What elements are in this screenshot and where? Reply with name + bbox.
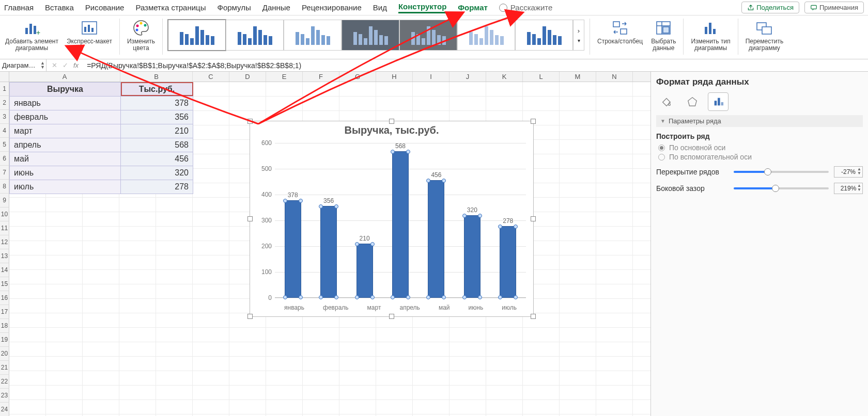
quick-layout-button[interactable]: Экспресс-макет	[65, 18, 114, 59]
cell[interactable]: апрель	[10, 138, 121, 152]
cell[interactable]: 356	[121, 110, 193, 124]
resize-handle[interactable]	[247, 119, 253, 124]
column-header[interactable]: F	[303, 72, 339, 82]
row-header[interactable]: 11	[0, 221, 9, 235]
cell[interactable]: 210	[121, 124, 193, 138]
column-header[interactable]: A	[9, 72, 120, 82]
row-header[interactable]: 19	[0, 333, 9, 347]
embedded-chart[interactable]: Выручка, тыс.руб. 0100200300400500600378…	[250, 121, 534, 317]
overlap-value[interactable]: -27%▲▼	[834, 166, 863, 178]
chart-style-6[interactable]	[457, 20, 515, 51]
tab-draw[interactable]: Рисование	[85, 3, 125, 12]
resize-handle[interactable]	[389, 119, 394, 124]
pane-tab-effects[interactable]	[682, 92, 703, 111]
tab-data[interactable]: Данные	[262, 3, 290, 12]
chart-style-4[interactable]	[342, 20, 399, 51]
column-header[interactable]: B	[120, 72, 193, 82]
row-header[interactable]: 22	[0, 375, 9, 389]
tab-view[interactable]: Вид	[373, 3, 387, 12]
tab-home[interactable]: Главная	[4, 3, 34, 12]
namebox-stepper[interactable]: ▲▼	[40, 61, 45, 69]
row-header[interactable]: 21	[0, 361, 9, 375]
chart-style-3[interactable]	[284, 20, 342, 51]
row-header[interactable]: 7	[0, 166, 9, 180]
row-header[interactable]: 17	[0, 305, 9, 319]
tab-formulas[interactable]: Формулы	[217, 3, 251, 12]
cell[interactable]: февраль	[10, 110, 121, 124]
change-chart-type-button[interactable]: Изменить тип диаграммы	[689, 18, 732, 59]
worksheet[interactable]: ABCDEFGHIJKLMN 1234567891011121314151617…	[0, 72, 651, 416]
cancel-icon[interactable]: ✕	[52, 61, 57, 69]
cell[interactable]: 378	[121, 97, 193, 110]
header-cell-a1[interactable]: Выручка	[10, 83, 121, 97]
column-header[interactable]: K	[486, 72, 523, 82]
header-cell-b1[interactable]: Тыс.руб.	[121, 83, 193, 97]
gap-slider[interactable]	[734, 187, 829, 189]
row-header[interactable]: 4	[0, 124, 9, 138]
bar[interactable]: 356	[316, 206, 341, 298]
resize-handle[interactable]	[531, 216, 536, 221]
share-button[interactable]: Поделиться	[741, 2, 799, 13]
row-header[interactable]: 20	[0, 347, 9, 361]
row-header[interactable]: 9	[0, 194, 9, 207]
gap-value[interactable]: 219%▲▼	[834, 183, 863, 194]
radio-primary-axis[interactable]: По основной оси	[658, 143, 863, 152]
bar[interactable]: 320	[460, 215, 485, 298]
change-colors-button[interactable]: Изменить цвета	[125, 18, 157, 59]
resize-handle[interactable]	[531, 119, 536, 124]
formula-input[interactable]: =РЯД(Выручка!$B$1;Выручка!$A$2:$A$8;Выру…	[84, 61, 868, 70]
column-header[interactable]: I	[413, 72, 450, 82]
row-header[interactable]: 1	[0, 82, 9, 96]
gallery-more-button[interactable]: › ▾	[573, 20, 584, 51]
row-header[interactable]: 5	[0, 138, 9, 152]
bar[interactable]: 456	[424, 180, 448, 298]
select-all-corner[interactable]	[0, 72, 9, 82]
column-header[interactable]: H	[376, 72, 413, 82]
cell[interactable]: 568	[121, 138, 193, 152]
pane-tab-fill[interactable]	[656, 92, 677, 111]
row-header[interactable]: 8	[0, 180, 9, 194]
bar[interactable]: 278	[495, 226, 520, 298]
series-options-section[interactable]: Параметры ряда	[656, 115, 863, 127]
chart-style-5[interactable]	[399, 20, 457, 51]
column-header[interactable]: M	[560, 72, 596, 82]
column-header[interactable]: G	[339, 72, 376, 82]
cell[interactable]: март	[10, 124, 121, 138]
row-header[interactable]: 2	[0, 96, 9, 110]
column-header[interactable]: C	[193, 72, 229, 82]
overlap-slider[interactable]	[734, 171, 829, 173]
row-header[interactable]: 15	[0, 277, 9, 291]
cell[interactable]: 456	[121, 152, 193, 166]
row-header[interactable]: 14	[0, 263, 9, 277]
row-header[interactable]: 10	[0, 207, 9, 221]
confirm-icon[interactable]: ✓	[63, 61, 68, 69]
tab-page-layout[interactable]: Разметка страницы	[135, 3, 206, 12]
row-header[interactable]: 3	[0, 110, 9, 124]
select-data-button[interactable]: Выбрать данные	[649, 18, 678, 59]
row-header[interactable]: 16	[0, 291, 9, 305]
name-box[interactable]: Диаграм… ▲▼	[0, 59, 47, 72]
tab-format[interactable]: Формат	[458, 3, 488, 12]
pane-tab-series-options[interactable]	[708, 92, 729, 111]
row-header[interactable]: 6	[0, 152, 9, 166]
switch-row-column-button[interactable]: Строка/столбец	[595, 18, 645, 59]
cell[interactable]: январь	[10, 97, 121, 110]
cell[interactable]: 278	[121, 180, 193, 194]
tell-me-search[interactable]: Расскажите	[499, 3, 553, 12]
row-header[interactable]: 18	[0, 319, 9, 333]
comments-button[interactable]: Примечания	[804, 2, 864, 13]
cell[interactable]: май	[10, 152, 121, 166]
column-header[interactable]: D	[229, 72, 266, 82]
radio-secondary-axis[interactable]: По вспомогательной оси	[658, 153, 863, 161]
column-header[interactable]: L	[523, 72, 560, 82]
resize-handle[interactable]	[531, 314, 536, 319]
add-chart-element-button[interactable]: + Добавить элемент диаграммы	[3, 18, 60, 59]
column-header[interactable]: J	[450, 72, 486, 82]
plot-area[interactable]: 0100200300400500600378356210568456320278	[275, 143, 526, 298]
row-header[interactable]: 13	[0, 249, 9, 263]
chart-style-2[interactable]	[226, 20, 284, 51]
chart-style-7[interactable]	[515, 20, 573, 51]
cells-area[interactable]: Выручка Тыс.руб. январь378 февраль356 ма…	[9, 82, 650, 416]
fx-icon[interactable]: fx	[73, 61, 79, 69]
resize-handle[interactable]	[389, 314, 394, 319]
